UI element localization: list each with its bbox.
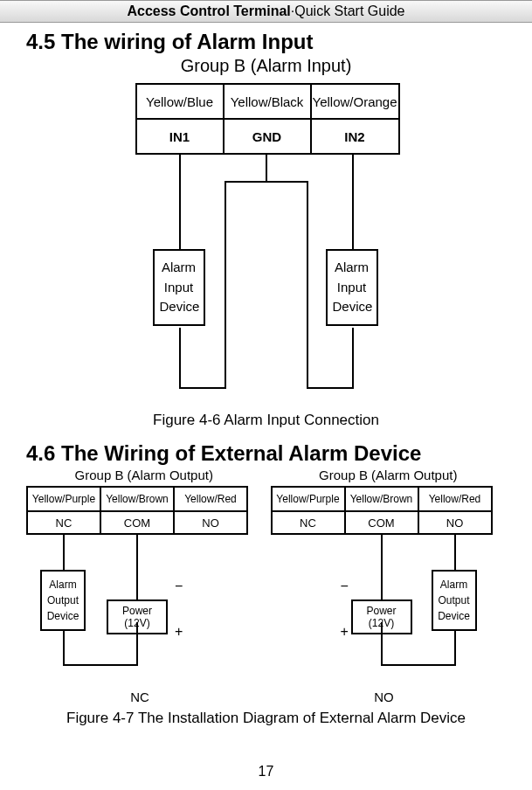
pin-label: NO: [418, 511, 492, 534]
wire: [63, 535, 65, 570]
wire: [307, 181, 308, 389]
pin-table-output-right: Yellow/Purple Yellow/Brown Yellow/Red NC…: [271, 486, 493, 535]
wire: [136, 622, 138, 666]
wire: [225, 181, 226, 389]
pin-color-3: Yellow/Orange: [311, 84, 399, 119]
figure-4-7-caption: Figure 4-7 The Installation Diagram of E…: [26, 710, 506, 727]
wire: [225, 181, 308, 183]
diagram2-right-title: Group B (Alarm Output): [271, 468, 507, 482]
wire: [179, 328, 181, 389]
pin-table-output-left: Yellow/Purple Yellow/Brown Yellow/Red NC…: [26, 486, 248, 535]
pin-color: Yellow/Purple: [272, 487, 345, 511]
diagram-tag-no: NO: [271, 690, 498, 704]
plus-sign: +: [175, 624, 183, 640]
minus-sign: −: [175, 579, 183, 594]
figure-4-6-caption: Figure 4-6 Alarm Input Connection: [26, 412, 506, 429]
wire: [454, 535, 456, 570]
wire: [381, 664, 456, 666]
wire: [352, 155, 354, 249]
wire: [179, 155, 181, 249]
section-4-5-heading: 4.5 The wiring of Alarm Input: [26, 30, 506, 54]
pin-table-input: Yellow/Blue Yellow/Black Yellow/Orange I…: [135, 83, 400, 155]
page-number: 17: [0, 764, 532, 780]
alarm-input-diagram: Yellow/Blue Yellow/Black Yellow/Orange I…: [127, 83, 406, 406]
alarm-input-device-1: Alarm Input Device: [153, 249, 205, 326]
alarm-input-device-2: Alarm Input Device: [326, 249, 378, 326]
alarm-output-device-left: Alarm Output Device: [40, 570, 86, 631]
header-title-rest: Quick Start Guide: [294, 3, 404, 18]
pin-color: Yellow/Red: [174, 487, 247, 511]
header-title-bold: Access Control Terminal: [127, 3, 290, 18]
page-header: Access Control Terminal·Quick Start Guid…: [0, 0, 532, 23]
diagram1-title: Group B (Alarm Input): [26, 56, 506, 76]
wire: [63, 631, 65, 666]
pin-color: Yellow/Brown: [345, 487, 418, 511]
alarm-output-diagram-nc: Yellow/Purple Yellow/Brown Yellow/Red NC…: [26, 486, 253, 704]
pin-label: COM: [100, 511, 174, 534]
diagram-tag-nc: NC: [26, 690, 253, 704]
wire: [307, 387, 354, 389]
section-4-6-heading: 4.6 The Wiring of External Alarm Device: [26, 441, 506, 466]
pin-color: Yellow/Brown: [100, 487, 174, 511]
wire: [352, 328, 354, 389]
wire: [179, 387, 226, 389]
pin-color: Yellow/Purple: [27, 487, 100, 511]
pin-label: COM: [345, 511, 418, 534]
plus-sign: +: [341, 624, 349, 640]
wire: [381, 535, 383, 599]
alarm-output-device-right: Alarm Output Device: [432, 570, 477, 631]
minus-sign: −: [341, 579, 349, 594]
pin-color-2: Yellow/Black: [224, 84, 311, 119]
pin-label: NO: [174, 511, 247, 534]
wire: [63, 664, 138, 666]
wire: [381, 622, 383, 666]
wire: [266, 155, 267, 181]
pin-label-3: IN2: [311, 119, 399, 154]
pin-label-2: GND: [224, 119, 311, 154]
pin-label: NC: [27, 511, 100, 534]
pin-color-1: Yellow/Blue: [136, 84, 224, 119]
pin-label-1: IN1: [136, 119, 224, 154]
pin-color: Yellow/Red: [418, 487, 492, 511]
wire: [454, 631, 456, 666]
alarm-output-diagram-no: Yellow/Purple Yellow/Brown Yellow/Red NC…: [271, 486, 498, 704]
diagram2-left-title: Group B (Alarm Output): [26, 468, 262, 482]
pin-label: NC: [272, 511, 345, 534]
